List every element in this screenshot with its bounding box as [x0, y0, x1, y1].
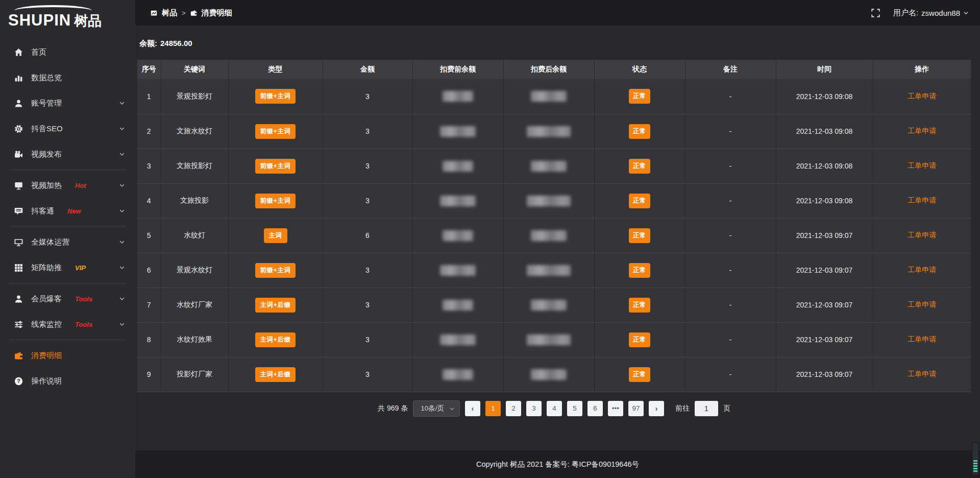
- sidebar-item-instructions[interactable]: ? 操作说明: [0, 368, 135, 394]
- work-order-link[interactable]: 工单申请: [908, 196, 936, 204]
- type-badge: 主词: [264, 228, 287, 243]
- sidebar-item-all-media-operation[interactable]: 全媒体运营: [0, 229, 135, 255]
- prev-page-button[interactable]: ‹: [465, 401, 480, 416]
- masked-pre-balance: [443, 300, 473, 310]
- table-row: 1 景观投影灯 前缀+主词 3 正常 - 2021-12-03 09:08 工单…: [137, 79, 971, 114]
- col-header-post-balance: 扣费后余额: [503, 60, 594, 79]
- footer: Copyright 树品 2021 备案号: 粤ICP备09019646号: [135, 450, 980, 478]
- sidebar-item-home[interactable]: 首页: [0, 39, 135, 65]
- cell-time: 2021-12-03 09:07: [776, 253, 873, 288]
- masked-post-balance: [527, 334, 571, 345]
- sidebar-item-label: 消费明细: [31, 351, 62, 361]
- chevron-down-icon: [119, 151, 125, 157]
- copyright-text: Copyright 树品 2021 备案号: 粤ICP备09019646号: [476, 460, 639, 469]
- work-order-link[interactable]: 工单申请: [908, 266, 936, 274]
- page-button-6[interactable]: 6: [587, 401, 603, 416]
- sidebar-item-doukgetong[interactable]: 抖客通 New: [0, 198, 135, 224]
- cell-amount: 3: [323, 114, 412, 149]
- breadcrumb-separator: >: [182, 9, 186, 17]
- status-badge: 正常: [629, 159, 650, 174]
- tools-badge: Tools: [75, 321, 92, 328]
- sidebar-item-matrix-boost[interactable]: 矩阵助推 VIP: [0, 255, 135, 280]
- sidebar-item-label: 视频加热: [31, 181, 62, 190]
- work-order-link[interactable]: 工单申请: [908, 335, 936, 343]
- chevron-down-icon: [119, 321, 125, 327]
- bar-chart-icon: [14, 74, 23, 82]
- status-badge: 正常: [629, 298, 650, 313]
- work-order-link[interactable]: 工单申请: [908, 161, 936, 170]
- cell-amount: 3: [323, 357, 412, 392]
- type-badge: 主词+后缀: [255, 367, 296, 382]
- logo-arc: [14, 5, 92, 11]
- page-button-4[interactable]: 4: [547, 401, 562, 416]
- cell-no: 1: [137, 79, 161, 114]
- sidebar-item-label: 数据总览: [31, 73, 62, 83]
- masked-post-balance: [531, 91, 567, 102]
- cell-no: 8: [137, 322, 161, 357]
- col-header-time: 时间: [776, 60, 873, 79]
- topbar-right: 用户名: zswodun88: [871, 8, 969, 18]
- gear-icon: [14, 125, 23, 133]
- work-order-link[interactable]: 工单申请: [908, 92, 936, 100]
- table-row: 8 水纹灯效果 主词+后缀 3 正常 - 2021-12-03 09:07 工单…: [137, 322, 971, 357]
- cell-amount: 3: [323, 79, 412, 114]
- breadcrumb-item-root[interactable]: 树品: [162, 8, 177, 18]
- sidebar-item-video-publish[interactable]: 视频发布: [0, 141, 135, 167]
- goto-page-input[interactable]: [695, 401, 718, 416]
- cell-keyword: 景观水纹灯: [161, 253, 228, 288]
- cell-time: 2021-12-03 09:07: [776, 218, 873, 253]
- cell-remark: -: [685, 218, 776, 253]
- breadcrumb-home-icon: [151, 10, 157, 16]
- user-menu[interactable]: 用户名: zswodun88: [893, 8, 969, 18]
- col-header-amount: 金额: [323, 60, 412, 79]
- home-icon: [14, 48, 23, 57]
- grid-icon: [14, 264, 23, 272]
- new-badge: New: [67, 207, 81, 215]
- masked-post-balance: [531, 300, 567, 310]
- breadcrumb-item-current: 消费明细: [202, 8, 232, 18]
- cell-keyword: 水纹灯: [161, 218, 228, 253]
- sidebar-item-label: 操作说明: [31, 376, 62, 386]
- cell-time: 2021-12-03 09:08: [776, 149, 873, 183]
- page-button-1[interactable]: 1: [485, 401, 501, 416]
- work-order-link[interactable]: 工单申请: [908, 300, 936, 308]
- page-size-select[interactable]: 10条/页: [413, 400, 460, 417]
- status-badge: 正常: [629, 89, 650, 104]
- sidebar-item-member-burst[interactable]: 会员爆客 Tools: [0, 286, 135, 312]
- table-row: 4 文旅投影 前缀+主词 3 正常 - 2021-12-03 09:08 工单申…: [137, 183, 971, 218]
- page-button-97[interactable]: 97: [628, 401, 644, 416]
- work-order-link[interactable]: 工单申请: [908, 370, 936, 378]
- status-badge: 正常: [629, 332, 650, 347]
- page-size-value: 10条/页: [421, 404, 444, 412]
- cell-remark: -: [685, 288, 776, 322]
- sidebar-item-video-heating[interactable]: 视频加热 Hot: [0, 173, 135, 198]
- work-order-link[interactable]: 工单申请: [908, 231, 936, 239]
- total-count: 共 969 条: [378, 404, 408, 413]
- sidebar-item-douyin-seo[interactable]: 抖音SEO: [0, 116, 135, 141]
- sidebar-item-lead-monitoring[interactable]: 线索监控 Tools: [0, 312, 135, 337]
- logo-cn: 树品: [74, 13, 102, 29]
- type-badge: 前缀+主词: [255, 263, 296, 278]
- page-ellipsis-button[interactable]: •••: [608, 401, 623, 416]
- masked-post-balance: [527, 265, 571, 276]
- sidebar-item-data-overview[interactable]: 数据总览: [0, 65, 135, 90]
- cell-time: 2021-12-03 09:07: [776, 357, 873, 392]
- page-button-5[interactable]: 5: [567, 401, 582, 416]
- next-page-button[interactable]: ›: [649, 401, 664, 416]
- cell-no: 4: [137, 183, 161, 218]
- cell-time: 2021-12-03 09:08: [776, 114, 873, 149]
- fullscreen-icon[interactable]: [871, 9, 880, 17]
- masked-post-balance: [531, 161, 567, 172]
- vip-badge: VIP: [75, 264, 86, 272]
- sidebar-item-account-management[interactable]: 账号管理: [0, 90, 135, 116]
- sidebar-item-consumption-detail[interactable]: 消费明细: [0, 343, 135, 368]
- table-row: 3 文旅投影灯 前缀+主词 3 正常 - 2021-12-03 09:08 工单…: [137, 149, 971, 183]
- tools-badge: Tools: [75, 295, 92, 303]
- masked-post-balance: [527, 196, 571, 206]
- work-order-link[interactable]: 工单申请: [908, 127, 936, 135]
- page-button-2[interactable]: 2: [506, 401, 521, 416]
- sidebar: SHUPIN树品 首页 数据总览 账号管理: [0, 0, 135, 478]
- floating-side-widget[interactable]: [972, 442, 979, 475]
- username-label: 用户名:: [893, 8, 918, 18]
- page-button-3[interactable]: 3: [526, 401, 542, 416]
